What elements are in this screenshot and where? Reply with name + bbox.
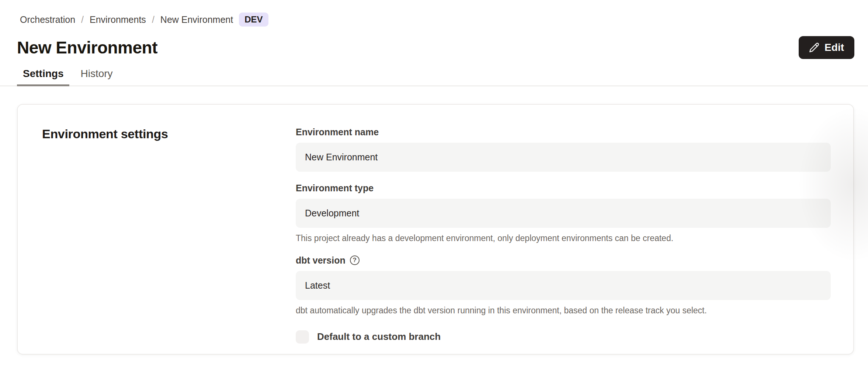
tab-history[interactable]: History xyxy=(74,68,118,86)
edit-button-label: Edit xyxy=(824,42,844,53)
edit-button[interactable]: Edit xyxy=(799,36,854,59)
environment-settings-card: Environment settings Environment name En… xyxy=(17,104,854,355)
page-header: New Environment Edit xyxy=(17,36,854,59)
breadcrumb-separator: / xyxy=(152,14,154,25)
tab-bar: Settings History xyxy=(0,68,868,86)
dev-badge: DEV xyxy=(239,13,268,27)
dbt-version-helper-text: dbt automatically upgrades the dbt versi… xyxy=(296,305,831,316)
environment-type-input[interactable] xyxy=(296,199,831,228)
environment-type-field: Environment type This project already ha… xyxy=(296,183,831,244)
breadcrumb-item-environments[interactable]: Environments xyxy=(90,14,146,25)
dbt-version-input[interactable] xyxy=(296,271,831,300)
environment-name-input[interactable] xyxy=(296,143,831,172)
page-title: New Environment xyxy=(17,38,157,58)
environment-name-label: Environment name xyxy=(296,127,831,137)
help-icon[interactable]: ? xyxy=(350,255,360,265)
custom-branch-row: Default to a custom branch xyxy=(296,330,831,344)
environment-settings-form: Environment name Environment type This p… xyxy=(296,127,831,354)
environment-type-label: Environment type xyxy=(296,183,831,194)
dbt-version-label: dbt version xyxy=(296,255,346,266)
custom-branch-label: Default to a custom branch xyxy=(317,331,441,342)
custom-branch-checkbox[interactable] xyxy=(296,330,309,344)
pencil-icon xyxy=(809,42,819,53)
tab-settings[interactable]: Settings xyxy=(17,68,69,86)
breadcrumb: Orchestration / Environments / New Envir… xyxy=(0,0,868,27)
breadcrumb-item-new-environment[interactable]: New Environment xyxy=(160,14,233,25)
card-heading: Environment settings xyxy=(42,127,296,141)
environment-name-field: Environment name xyxy=(296,127,831,172)
environment-type-helper-text: This project already has a development e… xyxy=(296,233,831,244)
breadcrumb-item-orchestration[interactable]: Orchestration xyxy=(20,14,75,25)
dbt-version-field: dbt version ? dbt automatically upgrades… xyxy=(296,255,831,316)
breadcrumb-separator: / xyxy=(81,14,84,25)
